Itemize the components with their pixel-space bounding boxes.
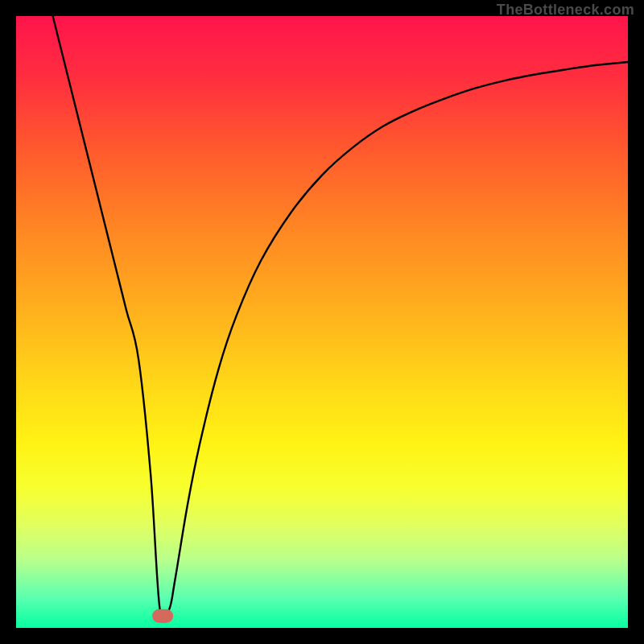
bottleneck-curve	[16, 16, 628, 628]
optimal-point-marker	[152, 609, 173, 622]
chart-frame: TheBottleneck.com	[0, 0, 644, 644]
plot-area	[16, 16, 628, 628]
watermark-text: TheBottleneck.com	[497, 2, 634, 19]
